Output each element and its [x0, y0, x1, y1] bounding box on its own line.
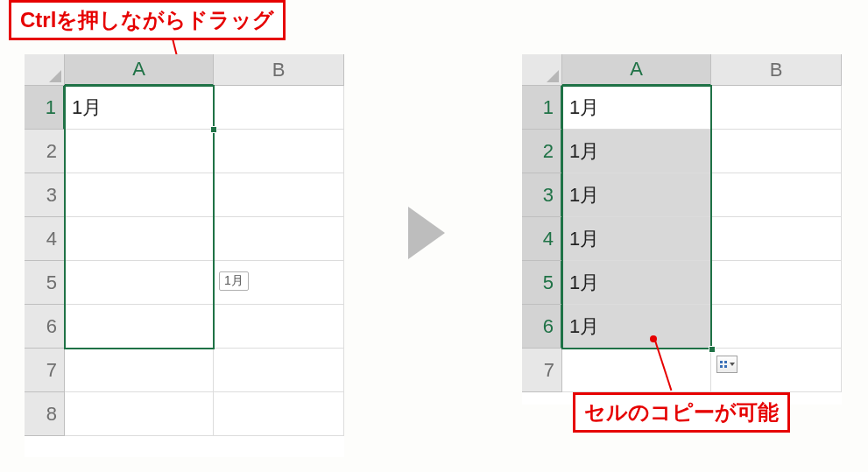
cell-b6[interactable]: [214, 305, 344, 349]
row-header-5[interactable]: 5: [25, 261, 65, 305]
column-header-b[interactable]: B: [711, 54, 842, 86]
fill-preview-tooltip: 1月: [219, 271, 249, 291]
cell-a6[interactable]: [65, 305, 214, 349]
row-header-7[interactable]: 7: [522, 349, 562, 392]
row-header-3[interactable]: 3: [522, 173, 562, 217]
select-all-corner[interactable]: [25, 54, 65, 86]
select-all-corner[interactable]: [522, 54, 562, 86]
column-header-a[interactable]: A: [562, 54, 711, 86]
cell-a1[interactable]: 1月: [562, 86, 711, 130]
cell-b4[interactable]: [711, 217, 842, 261]
spreadsheet-right: A B 1 2 3 4 5 6 7 1月 1月 1月 1月 1月 1月: [522, 54, 842, 405]
row-header-4[interactable]: 4: [25, 217, 65, 261]
cell-b6[interactable]: [711, 305, 842, 349]
cell-b7[interactable]: [214, 349, 344, 392]
cell-b4[interactable]: [214, 217, 344, 261]
column-header-b[interactable]: B: [214, 54, 344, 86]
cell-b2[interactable]: [711, 130, 842, 173]
row-header-6[interactable]: 6: [522, 305, 562, 349]
cell-a4[interactable]: [65, 217, 214, 261]
row-header-2[interactable]: 2: [522, 130, 562, 173]
row-header-6[interactable]: 6: [25, 305, 65, 349]
arrow-icon: [408, 207, 445, 259]
cell-a2[interactable]: 1月: [562, 130, 711, 173]
callout-copy-possible: セルのコピーが可能: [573, 392, 790, 433]
cell-a1[interactable]: 1月: [65, 86, 214, 130]
cell-b3[interactable]: [214, 173, 344, 217]
cell-a5[interactable]: 1月: [562, 261, 711, 305]
callout-pointer-dot-2: [650, 335, 657, 342]
row-header-7[interactable]: 7: [25, 349, 65, 392]
cell-a8[interactable]: [65, 392, 214, 436]
row-header-1[interactable]: 1: [522, 86, 562, 130]
row-header-1[interactable]: 1: [25, 86, 65, 130]
cell-a7[interactable]: [65, 349, 214, 392]
cell-a5[interactable]: [65, 261, 214, 305]
cell-b3[interactable]: [711, 173, 842, 217]
cell-a3[interactable]: 1月: [562, 173, 711, 217]
cell-a2[interactable]: [65, 130, 214, 173]
cell-a3[interactable]: [65, 173, 214, 217]
cell-b8[interactable]: [214, 392, 344, 436]
cell-a6[interactable]: 1月: [562, 305, 711, 349]
row-header-3[interactable]: 3: [25, 173, 65, 217]
cell-b1[interactable]: [214, 86, 344, 130]
row-header-4[interactable]: 4: [522, 217, 562, 261]
cell-b2[interactable]: [214, 130, 344, 173]
column-header-a[interactable]: A: [65, 54, 214, 86]
cell-a7[interactable]: [562, 349, 711, 392]
spreadsheet-left: A B 1 2 3 4 5 6 7 8 1月 1月: [25, 54, 344, 457]
row-header-5[interactable]: 5: [522, 261, 562, 305]
row-header-8[interactable]: 8: [25, 392, 65, 436]
row-header-2[interactable]: 2: [25, 130, 65, 173]
cell-a4[interactable]: 1月: [562, 217, 711, 261]
cell-b1[interactable]: [711, 86, 842, 130]
autofill-options-button[interactable]: [716, 356, 737, 373]
callout-ctrl-drag: Ctrlを押しながらドラッグ: [9, 0, 286, 40]
cell-b5[interactable]: [711, 261, 842, 305]
